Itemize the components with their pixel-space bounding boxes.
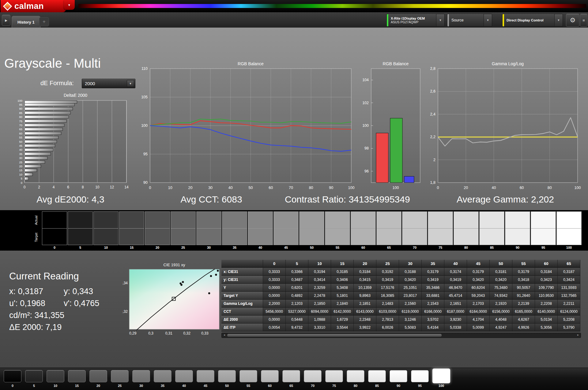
gray-level-swatch[interactable]: [325, 370, 343, 382]
gray-level-swatch[interactable]: [368, 370, 386, 382]
actual-swatch: [454, 212, 478, 229]
gray-level-swatch[interactable]: [175, 370, 193, 382]
gray-level-swatch[interactable]: [154, 370, 172, 382]
reading-cd: cd/m²: 341,355: [9, 311, 64, 320]
gray-level-button[interactable]: 20: [89, 368, 107, 390]
swatch-step-label: 35: [222, 245, 247, 250]
gray-level-button[interactable]: 5: [25, 368, 43, 390]
caret-down-icon: ▼: [68, 3, 71, 7]
gray-level-button[interactable]: 60: [261, 368, 279, 390]
gray-level-button[interactable]: 35: [154, 368, 172, 390]
gray-level-button[interactable]: 100: [432, 368, 450, 390]
gray-level-button[interactable]: 10: [47, 368, 64, 390]
gray-level-button[interactable]: 40: [175, 368, 193, 390]
table-cell: 0,3333: [263, 276, 286, 284]
add-tab-button[interactable]: +: [39, 17, 49, 26]
grayscale-swatch: 0: [42, 211, 67, 250]
table-cell: 6165,0000: [512, 308, 535, 316]
table-scrollbar[interactable]: ◄ ►: [221, 333, 581, 338]
caret-down-icon[interactable]: ▼: [554, 14, 563, 26]
gray-level-button[interactable]: 15: [68, 368, 86, 390]
svg-text:50: 50: [249, 186, 253, 190]
actual-swatch: [531, 212, 556, 229]
gray-level-swatch[interactable]: [411, 370, 429, 382]
gray-level-button[interactable]: 80: [347, 368, 364, 390]
gray-level-swatch[interactable]: [197, 370, 214, 382]
actual-row-label: Actual: [34, 212, 38, 229]
side-panel-toggle-button[interactable]: ≡: [580, 14, 587, 27]
table-cell: 6143,0000: [354, 308, 376, 316]
direct-display-control-dropdown[interactable]: Direct Display Control ▼: [502, 14, 563, 27]
gray-level-button[interactable]: 30: [132, 368, 150, 390]
table-cell: 1,0988: [308, 316, 331, 324]
gray-level-button[interactable]: 65: [282, 368, 300, 390]
svg-text:DeltaE 2000: DeltaE 2000: [64, 93, 87, 98]
history-panel-toggle-button[interactable]: ▶: [2, 15, 10, 26]
gray-level-swatch[interactable]: [261, 370, 279, 382]
table-cell: 6156,0000: [490, 308, 512, 316]
gray-level-button[interactable]: 75: [325, 368, 343, 390]
table-cell: 0,3179: [422, 268, 444, 276]
ddc-dropdown-text: Direct Display Control: [504, 14, 554, 26]
settings-button[interactable]: ⚙: [566, 14, 579, 27]
gray-level-button[interactable]: 45: [197, 368, 214, 390]
table-cell: 0,3419: [444, 276, 467, 284]
calman-logo[interactable]: calman: [1, 0, 66, 12]
gray-level-swatch[interactable]: [111, 370, 129, 382]
target-swatch: [454, 229, 478, 245]
swatch-step-label: 50: [299, 245, 324, 250]
table-cell: 0,3333: [263, 268, 286, 276]
source-dropdown[interactable]: Source ▼: [447, 14, 492, 27]
gray-level-button[interactable]: 55: [239, 368, 257, 390]
target-swatch: [119, 229, 144, 245]
gray-level-button[interactable]: 85: [368, 368, 386, 390]
gray-level-button[interactable]: 0: [4, 368, 21, 390]
gray-level-label: 100: [432, 384, 450, 388]
svg-text:95: 95: [143, 152, 148, 156]
scroll-right-button[interactable]: ►: [576, 333, 580, 337]
table-cell: 5,4164: [422, 324, 444, 331]
gray-level-swatch[interactable]: [347, 370, 364, 382]
grayscale-swatch: 35: [222, 211, 247, 250]
table-cell: 0,3419: [376, 276, 399, 284]
gray-level-swatch[interactable]: [132, 370, 150, 382]
gray-level-swatch[interactable]: [390, 370, 407, 382]
gray-level-swatch[interactable]: [25, 370, 43, 382]
target-swatch: [68, 229, 92, 245]
meter-dropdown[interactable]: X-Rite i1Display OEM ASUS PG27AQWP ▼: [386, 14, 445, 27]
gray-level-button[interactable]: 70: [304, 368, 322, 390]
gray-level-button[interactable]: 95: [411, 368, 429, 390]
gray-level-swatch[interactable]: [47, 370, 64, 382]
svg-text:100: 100: [17, 99, 22, 102]
gray-level-swatch[interactable]: [432, 369, 450, 383]
table-cell: 90,5057: [512, 284, 535, 292]
table-cell: 17,5176: [376, 284, 399, 292]
target-swatch: [300, 229, 324, 245]
gray-level-button[interactable]: 25: [111, 368, 129, 390]
table-column-header: 55: [512, 260, 535, 268]
caret-down-icon[interactable]: ▼: [436, 14, 444, 26]
gray-level-swatch[interactable]: [218, 370, 236, 382]
gray-level-swatch[interactable]: [68, 370, 86, 382]
gray-level-swatch[interactable]: [282, 370, 300, 382]
scrollbar-thumb[interactable]: [227, 334, 442, 337]
gray-level-button[interactable]: 90: [390, 368, 407, 390]
svg-text:6: 6: [67, 185, 69, 189]
caret-down-icon[interactable]: ▼: [484, 14, 492, 26]
gray-level-swatch[interactable]: [89, 370, 107, 382]
de-formula-select[interactable]: 2000 ▼: [82, 79, 135, 88]
swatch-step-label: 80: [454, 245, 479, 250]
table-cell: 2,2478: [308, 292, 331, 300]
main-menu-button[interactable]: ▼: [64, 0, 75, 10]
scroll-left-button[interactable]: ◄: [222, 333, 227, 337]
swatch-step-label: 100: [556, 245, 582, 250]
tab-history-1[interactable]: History 1: [12, 16, 40, 28]
svg-text:2,2: 2,2: [430, 135, 435, 139]
gray-level-swatch[interactable]: [304, 370, 322, 382]
swatch-step-label: 30: [196, 245, 221, 250]
gray-level-swatch[interactable]: [4, 370, 21, 382]
cie-1931-chart: CIE 1931 xy0,340,320,290,30,310,320,33: [123, 262, 224, 342]
gray-level-button[interactable]: 50: [218, 368, 236, 390]
gray-level-swatch[interactable]: [239, 370, 257, 382]
svg-text:0,34: 0,34: [123, 281, 128, 285]
